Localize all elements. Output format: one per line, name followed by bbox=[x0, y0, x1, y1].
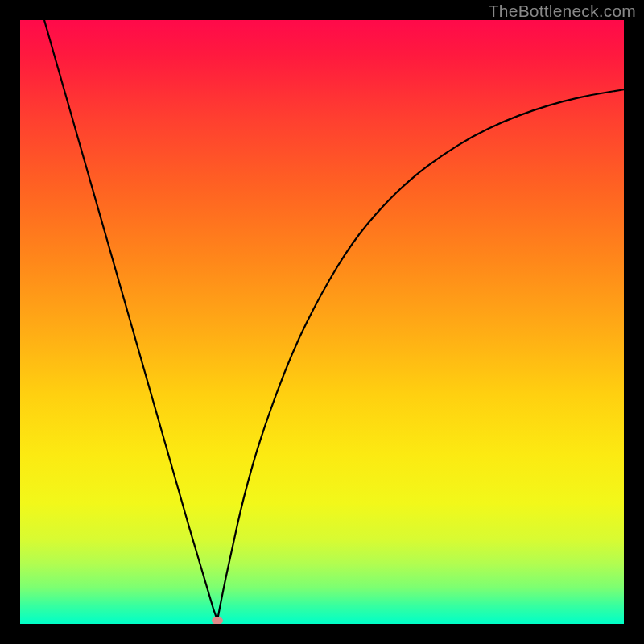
chart-frame: TheBottleneck.com bbox=[0, 0, 644, 644]
curve-left-branch bbox=[44, 20, 217, 621]
plot-area bbox=[20, 20, 624, 624]
curve-right-branch bbox=[217, 89, 624, 620]
watermark-label: TheBottleneck.com bbox=[489, 2, 636, 21]
curve-svg bbox=[20, 20, 624, 624]
vertex-marker bbox=[212, 617, 223, 625]
